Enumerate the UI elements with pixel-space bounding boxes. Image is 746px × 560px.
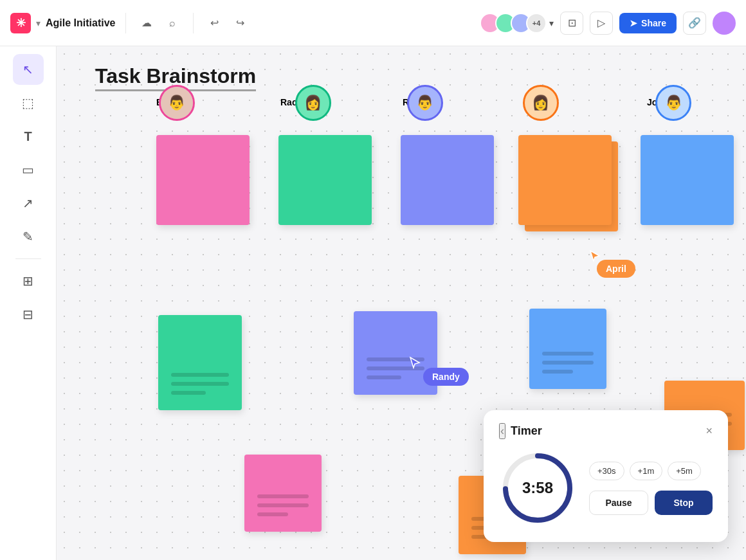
timer-action-buttons: Pause Stop (589, 491, 713, 515)
header-right: +4 ▾ ⊡ ▷ ➤ Share 🔗 (480, 12, 736, 35)
avatar-more[interactable]: +4 (526, 13, 547, 33)
line (257, 494, 309, 498)
timer-body: 3:58 +30s +1m +5m Pause Stop (499, 449, 713, 527)
sticky-n4[interactable] (518, 135, 612, 225)
stop-button[interactable]: Stop (655, 491, 713, 515)
line (542, 361, 594, 365)
tool-frame[interactable]: ⬚ (13, 87, 44, 118)
header: ✳ ▾ Agile Initiative ☁ ⌕ ↩ ↪ +4 ▾ ⊡ ▷ ➤ … (0, 0, 746, 46)
tool-rect[interactable]: ▭ (13, 154, 44, 185)
timer-back-button[interactable]: ‹ (499, 423, 505, 439)
sticky-n2[interactable] (278, 135, 372, 225)
play-button[interactable]: ▷ (590, 12, 613, 35)
randy-cursor (409, 356, 421, 372)
line (257, 512, 288, 516)
svg-marker-0 (590, 251, 599, 261)
logo-icon[interactable]: ✳ (10, 13, 31, 33)
avatar-group[interactable]: +4 ▾ (480, 13, 554, 33)
present-button[interactable]: ⊡ (560, 12, 583, 35)
line (171, 391, 206, 395)
sticky-lines-n10 (257, 494, 309, 516)
user-col-rachael: Rachael 👩 (280, 96, 315, 108)
add-1m-button[interactable]: +1m (630, 462, 663, 480)
header-divider-2 (193, 13, 194, 33)
share-label: Share (641, 18, 666, 28)
sticky-n10[interactable] (244, 455, 322, 532)
tool-table[interactable]: ⊟ (13, 299, 44, 330)
timer-circle: 3:58 (499, 449, 576, 527)
sticky-n3[interactable] (401, 135, 494, 225)
tool-select[interactable]: ↖ (13, 54, 44, 85)
redo-button[interactable]: ↪ (230, 13, 250, 33)
pause-button[interactable]: Pause (589, 491, 648, 515)
toolbar-sidebar: ↖ ⬚ T ▭ ↗ ✎ ⊞ ⊟ (0, 46, 57, 560)
tool-arrow[interactable]: ↗ (13, 188, 44, 219)
tool-grid[interactable]: ⊞ (13, 266, 44, 296)
timer-close-button[interactable]: × (705, 424, 713, 438)
timer-title-row: ‹ Timer (499, 423, 542, 439)
line (542, 370, 573, 374)
timer-title-text: Timer (511, 424, 542, 438)
line (171, 382, 229, 386)
timer-time-display: 3:58 (522, 479, 553, 497)
header-divider (125, 13, 126, 33)
share-icon: ➤ (630, 18, 637, 28)
undo-button[interactable]: ↩ (204, 13, 224, 33)
avatar-group-dropdown[interactable]: ▾ (549, 18, 554, 28)
link-button[interactable]: 🔗 (683, 12, 706, 35)
timer-panel: ‹ Timer × 3:58 +30s +1m +5m Pause Stop (484, 410, 728, 542)
timer-header: ‹ Timer × (499, 423, 713, 439)
add-30s-button[interactable]: +30s (589, 462, 624, 480)
sticky-n1[interactable] (156, 135, 250, 225)
tool-divider (15, 258, 41, 259)
app-name: Agile Initiative (46, 17, 115, 29)
randy-user-label: Randy (423, 368, 469, 386)
header-left: ✳ ▾ Agile Initiative ☁ ⌕ ↩ ↪ (10, 13, 250, 33)
sticky-lines-n8 (542, 352, 594, 374)
user-col-april: April 👩 (524, 96, 545, 108)
avatar-april: 👩 (523, 85, 559, 121)
avatar-randy: 👨 (407, 85, 443, 121)
line (367, 375, 401, 379)
line (171, 373, 229, 377)
sticky-n8[interactable] (529, 309, 606, 389)
sticky-n5[interactable] (641, 135, 734, 225)
svg-marker-1 (410, 357, 419, 368)
user-col-bryan: Bryan 👨 (156, 96, 182, 108)
sticky-n6[interactable] (158, 315, 242, 410)
avatar-bryan: 👨 (159, 85, 195, 121)
avatar-rachael: 👩 (295, 85, 331, 121)
search-button[interactable]: ⌕ (162, 13, 183, 33)
share-button[interactable]: ➤ Share (619, 13, 677, 33)
april-user-label: April (597, 260, 635, 278)
tool-text[interactable]: T (13, 121, 44, 152)
line (257, 503, 309, 507)
add-5m-button[interactable]: +5m (668, 462, 701, 480)
line (542, 352, 594, 356)
current-user-avatar[interactable] (713, 12, 736, 35)
cloud-button[interactable]: ☁ (136, 13, 157, 33)
avatar-joseph: 👨 (655, 85, 691, 121)
timer-add-buttons: +30s +1m +5m (589, 462, 713, 480)
user-col-joseph: Joseph 👨 (647, 96, 678, 108)
timer-controls: +30s +1m +5m Pause Stop (589, 462, 713, 515)
tool-pen[interactable]: ✎ (13, 221, 44, 252)
dropdown-arrow[interactable]: ▾ (36, 18, 41, 28)
sticky-lines-n6 (171, 373, 229, 395)
user-col-randy: Randy 👨 (403, 96, 430, 108)
